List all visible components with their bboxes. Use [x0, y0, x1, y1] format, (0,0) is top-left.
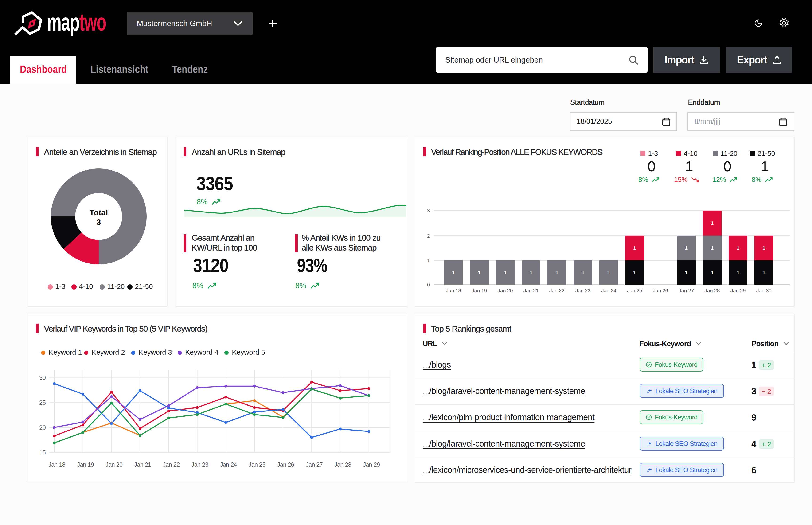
svg-text:Jan 22: Jan 22: [549, 288, 564, 294]
svg-text:Jan 24: Jan 24: [220, 461, 237, 468]
svg-text:1: 1: [711, 220, 714, 226]
svg-text:1: 1: [452, 270, 455, 275]
svg-text:0: 0: [427, 282, 430, 288]
svg-text:25: 25: [39, 399, 46, 406]
svg-text:1: 1: [504, 270, 507, 275]
svg-text:1: 1: [737, 245, 739, 251]
svg-text:3: 3: [427, 208, 430, 214]
svg-text:Jan 26: Jan 26: [277, 461, 294, 468]
svg-text:Jan 28: Jan 28: [705, 288, 720, 294]
svg-text:Jan 27: Jan 27: [306, 461, 323, 468]
svg-text:1: 1: [633, 270, 636, 275]
svg-text:Jan 28: Jan 28: [334, 461, 351, 468]
svg-text:1: 1: [427, 258, 430, 264]
svg-text:1: 1: [607, 270, 610, 275]
svg-text:1: 1: [685, 245, 688, 251]
svg-text:Jan 19: Jan 19: [77, 461, 94, 468]
svg-text:1: 1: [737, 270, 739, 275]
svg-text:Jan 27: Jan 27: [679, 288, 694, 294]
svg-text:Jan 26: Jan 26: [653, 288, 668, 294]
svg-text:1: 1: [530, 270, 532, 275]
svg-text:Jan 25: Jan 25: [627, 288, 642, 294]
svg-text:1: 1: [685, 270, 688, 275]
svg-text:2: 2: [427, 233, 430, 239]
svg-text:1: 1: [555, 270, 558, 275]
svg-text:Jan 29: Jan 29: [731, 288, 746, 294]
svg-text:1: 1: [633, 245, 636, 251]
svg-text:30: 30: [39, 374, 46, 381]
svg-text:Jan 20: Jan 20: [497, 288, 513, 294]
svg-text:Jan 25: Jan 25: [249, 461, 265, 468]
svg-text:Jan 21: Jan 21: [134, 461, 151, 468]
svg-text:Jan 19: Jan 19: [472, 288, 487, 294]
svg-text:Jan 18: Jan 18: [48, 461, 65, 468]
svg-text:Jan 23: Jan 23: [191, 461, 208, 468]
svg-text:1: 1: [582, 270, 584, 275]
svg-text:1: 1: [478, 270, 481, 275]
svg-text:Jan 18: Jan 18: [446, 288, 461, 294]
svg-text:1: 1: [763, 245, 765, 251]
svg-text:Jan 24: Jan 24: [601, 288, 616, 294]
svg-text:1: 1: [763, 270, 765, 275]
svg-text:15: 15: [39, 449, 46, 456]
svg-text:Jan 23: Jan 23: [576, 288, 591, 294]
svg-text:Jan 29: Jan 29: [363, 461, 380, 468]
svg-text:1: 1: [711, 245, 714, 251]
svg-text:Jan 20: Jan 20: [106, 461, 122, 468]
svg-text:Jan 21: Jan 21: [523, 288, 538, 294]
svg-text:Jan 30: Jan 30: [756, 288, 771, 294]
svg-text:1: 1: [711, 270, 714, 275]
svg-text:20: 20: [39, 424, 46, 431]
svg-text:Jan 22: Jan 22: [163, 461, 180, 468]
